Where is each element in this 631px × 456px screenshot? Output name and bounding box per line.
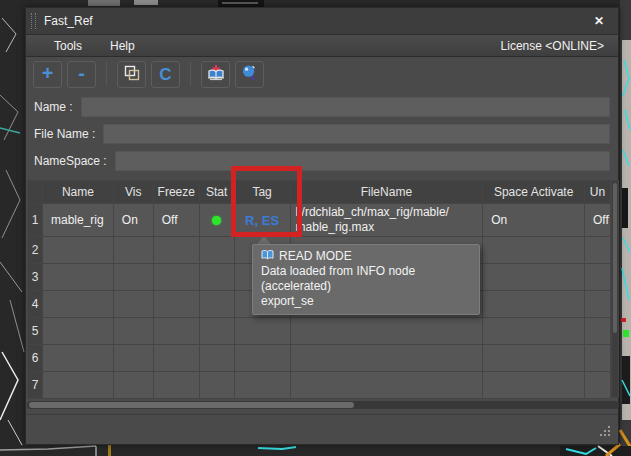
table-header-cell[interactable]: Tag (235, 181, 291, 204)
table-cell[interactable]: On (483, 204, 585, 237)
table-cell[interactable] (585, 237, 611, 264)
table-cell[interactable] (43, 291, 114, 318)
table-cell[interactable]: mable_rig (43, 204, 114, 237)
table-cell[interactable] (585, 372, 611, 399)
table-header-cell[interactable]: Stat (200, 181, 235, 204)
table-cell[interactable] (154, 318, 200, 345)
table-header-cell[interactable]: FileName (291, 181, 484, 204)
table-cell[interactable] (483, 372, 585, 399)
stat-cell[interactable] (200, 345, 235, 372)
magnifier-icon (241, 64, 259, 85)
stat-cell[interactable] (200, 204, 235, 237)
row-number-cell[interactable]: 7 (28, 372, 43, 399)
filename-cell[interactable] (291, 345, 484, 372)
table-row: 7 (28, 372, 611, 399)
table-cell[interactable] (585, 345, 611, 372)
tag-cell[interactable] (235, 318, 291, 345)
name-input[interactable] (81, 97, 610, 117)
table-cell[interactable] (43, 264, 114, 291)
table-cell[interactable] (114, 345, 154, 372)
row-number-cell[interactable]: 5 (28, 318, 43, 345)
table-cell[interactable] (483, 345, 585, 372)
resize-grip-icon[interactable] (600, 425, 611, 436)
filename-cell[interactable] (291, 372, 484, 399)
table-cell[interactable] (483, 291, 585, 318)
tag-cell[interactable]: R, ES (235, 204, 291, 237)
table-cell[interactable] (43, 237, 114, 264)
table-header-cell[interactable]: Un (585, 181, 611, 204)
table-header-cell[interactable]: Vis (114, 181, 154, 204)
file-name-input[interactable] (103, 124, 610, 144)
table-cell[interactable] (154, 237, 200, 264)
c-icon: C (159, 66, 171, 83)
titlebar-grip[interactable] (31, 13, 36, 29)
tooltip-line2: export_se (261, 294, 471, 309)
filename-cell[interactable] (291, 318, 484, 345)
table-cell[interactable] (483, 264, 585, 291)
tag-cell[interactable] (235, 345, 291, 372)
horizontal-scrollbar[interactable] (27, 401, 619, 409)
row-number-cell[interactable]: 1 (28, 204, 43, 237)
menu-tools[interactable]: Tools (40, 39, 96, 53)
tag-cell[interactable] (235, 372, 291, 399)
table-header-row: NameVisFreezeStatTagFileNameSpace Activa… (28, 181, 611, 204)
table-cell[interactable] (483, 318, 585, 345)
menubar: Tools Help License <ONLINE> (26, 35, 618, 57)
remove-button[interactable]: - (67, 61, 96, 88)
table-cell[interactable]: Off (154, 204, 200, 237)
book-icon (261, 249, 274, 264)
titlebar[interactable]: Fast_Ref ✕ (26, 8, 618, 35)
table-header-cell[interactable]: Name (43, 181, 114, 204)
filename-cell[interactable]: l:/rdchlab_ch/max_rig/mable/mable_rig.ma… (291, 204, 484, 237)
duplicate-button[interactable] (117, 61, 146, 88)
close-icon[interactable]: ✕ (590, 12, 608, 30)
table-header-cell[interactable]: Space Activate (483, 181, 585, 204)
vertical-scrollbar-thumb[interactable] (613, 183, 617, 333)
namespace-input[interactable] (115, 151, 610, 171)
tooltip-title: READ MODE (279, 249, 352, 264)
add-button[interactable]: + (33, 61, 62, 88)
table-cell[interactable] (585, 291, 611, 318)
stat-cell[interactable] (200, 318, 235, 345)
table-cell[interactable] (43, 318, 114, 345)
table-cell[interactable]: Off (585, 204, 611, 237)
table-cell[interactable] (154, 372, 200, 399)
fields-panel: Name : File Name : NameSpace : (26, 91, 618, 178)
table-cell[interactable] (43, 345, 114, 372)
table-cell[interactable] (154, 264, 200, 291)
search-button[interactable] (235, 61, 264, 88)
table-cell[interactable] (114, 372, 154, 399)
table-cell[interactable] (585, 318, 611, 345)
horizontal-scrollbar-thumb[interactable] (29, 402, 354, 408)
row-number-cell[interactable]: 4 (28, 291, 43, 318)
table-cell[interactable] (483, 237, 585, 264)
stat-cell[interactable] (200, 291, 235, 318)
license-status: License <ONLINE> (501, 39, 604, 53)
table-cell[interactable] (114, 237, 154, 264)
stat-cell[interactable] (200, 372, 235, 399)
toolbar: + - C (26, 57, 618, 91)
table-cell[interactable] (154, 291, 200, 318)
window-title: Fast_Ref (44, 14, 93, 28)
vertical-scrollbar[interactable] (611, 180, 619, 398)
table-cell[interactable]: On (114, 204, 154, 237)
table-row: 5 (28, 318, 611, 345)
table-cell[interactable] (43, 372, 114, 399)
row-number-cell[interactable]: 6 (28, 345, 43, 372)
row-number-cell[interactable]: 3 (28, 264, 43, 291)
file-name-label: File Name : (34, 127, 95, 141)
load-reference-button[interactable] (201, 61, 230, 88)
table-cell[interactable] (114, 318, 154, 345)
table-cell[interactable] (585, 264, 611, 291)
fast-ref-window: Fast_Ref ✕ Tools Help License <ONLINE> +… (25, 7, 619, 445)
table-cell[interactable] (154, 345, 200, 372)
table-cell[interactable] (114, 291, 154, 318)
table-header-cell[interactable] (28, 181, 43, 204)
stat-cell[interactable] (200, 264, 235, 291)
table-cell[interactable] (114, 264, 154, 291)
collapse-button[interactable]: C (151, 61, 180, 88)
menu-help[interactable]: Help (96, 39, 149, 53)
table-header-cell[interactable]: Freeze (154, 181, 200, 204)
stat-cell[interactable] (200, 237, 235, 264)
row-number-cell[interactable]: 2 (28, 237, 43, 264)
